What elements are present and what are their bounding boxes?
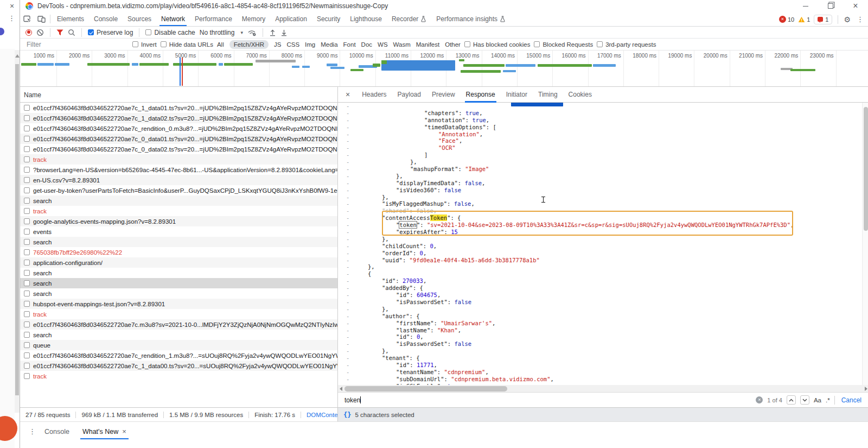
fold-marker[interactable]: - <box>346 257 349 264</box>
network-overview-timeline[interactable]: 1000 ms2000 ms3000 ms4000 ms5000 ms6000 … <box>20 51 868 87</box>
request-checkbox[interactable] <box>24 177 30 183</box>
blocked-requests-checkbox[interactable] <box>534 41 540 47</box>
drawer-tab-console[interactable]: Console <box>38 422 76 441</box>
request-row[interactable]: search <box>20 288 337 299</box>
request-row[interactable]: e01ccf7f4360463f8d0346522720ae7c.m3u8?sv… <box>20 319 337 330</box>
fold-marker[interactable]: - <box>346 320 349 327</box>
drawer-tab-whats-new[interactable]: What's New × <box>76 422 133 441</box>
fold-marker[interactable]: - <box>346 369 349 376</box>
request-row[interactable]: ?browserLang=en-US&version=b65269ac-4545… <box>20 165 337 175</box>
filter-type-css[interactable]: CSS <box>286 41 299 48</box>
request-row[interactable]: search <box>20 268 337 278</box>
request-checkbox[interactable] <box>24 167 30 173</box>
tab-console[interactable]: Console <box>89 12 123 26</box>
record-button[interactable] <box>25 29 32 36</box>
tab-sources[interactable]: Sources <box>123 12 156 26</box>
request-row[interactable]: queue <box>20 340 337 350</box>
fold-marker[interactable]: - <box>346 333 349 340</box>
name-column-header[interactable]: Name <box>20 87 337 103</box>
request-checkbox[interactable] <box>24 125 30 131</box>
disable-cache-checkbox[interactable] <box>145 29 151 35</box>
request-row[interactable]: e01ccf7f4360463f8d0346522720ae7c_renditi… <box>20 123 337 134</box>
fold-marker[interactable]: - <box>346 187 349 194</box>
request-row[interactable]: get-user-by-token?userPartsToFetch=Basic… <box>20 185 337 195</box>
throttling-select[interactable]: No throttling ▾ <box>200 29 243 36</box>
request-checkbox[interactable] <box>24 301 30 307</box>
request-row[interactable]: e01ccf7f4360463f8d0346522720ae7c_renditi… <box>20 350 337 361</box>
inspect-element-icon[interactable] <box>20 12 34 26</box>
warning-badge[interactable]: 1 <box>798 16 810 23</box>
close-detail-icon[interactable]: × <box>346 90 350 99</box>
response-horizontal-scrollbar[interactable] <box>338 385 868 392</box>
fold-marker[interactable]: - <box>346 277 349 285</box>
request-checkbox[interactable] <box>24 270 30 276</box>
filter-type-font[interactable]: Font <box>343 41 356 48</box>
regex-button[interactable]: .* <box>826 397 830 403</box>
request-row[interactable]: search <box>20 278 337 288</box>
previous-match-button[interactable] <box>787 395 796 405</box>
request-checkbox[interactable] <box>24 352 30 358</box>
preserve-log-checkbox[interactable] <box>88 29 94 35</box>
fold-marker[interactable]: - <box>346 299 349 306</box>
fold-marker[interactable]: - <box>346 159 349 166</box>
fold-marker[interactable]: - <box>346 144 349 152</box>
request-row[interactable]: track <box>20 371 337 381</box>
filter-type-ws[interactable]: WS <box>378 41 388 48</box>
request-checkbox[interactable] <box>24 249 30 255</box>
filter-type-js[interactable]: JS <box>274 41 281 48</box>
fold-marker[interactable]: - <box>346 362 349 369</box>
response-vertical-scrollbar[interactable] <box>862 103 868 385</box>
fold-marker[interactable]: - <box>346 313 349 320</box>
preserve-log-toggle[interactable]: Preserve log <box>88 29 133 36</box>
fold-marker[interactable]: - <box>346 292 349 299</box>
request-row[interactable]: en-US.csv?v=8.2.89301 <box>20 175 337 185</box>
request-checkbox[interactable] <box>24 311 30 317</box>
close-tab-icon[interactable]: × <box>122 427 126 436</box>
tab-performance-insights[interactable]: Performance insights <box>431 12 510 26</box>
scrollbar-thumb[interactable] <box>344 386 507 392</box>
import-har-icon[interactable] <box>269 29 276 36</box>
request-row[interactable]: e01ccf7f4360463f8d0346522720ae7c_1_data0… <box>20 361 337 371</box>
request-row[interactable]: track <box>20 154 337 165</box>
fold-marker[interactable]: - <box>346 263 349 270</box>
fold-marker[interactable]: - <box>346 222 349 229</box>
filter-type-doc[interactable]: Doc <box>361 41 372 48</box>
close-icon[interactable]: × <box>10 2 14 10</box>
fold-marker[interactable]: - <box>346 250 349 257</box>
request-row[interactable]: hubspot-event-mappings-test.json?v=8.2.8… <box>20 299 337 309</box>
tab-lighthouse[interactable]: Lighthouse <box>345 12 387 26</box>
tab-application[interactable]: Application <box>270 12 312 26</box>
detail-tab-preview[interactable]: Preview <box>432 87 455 103</box>
request-checkbox[interactable] <box>24 363 30 369</box>
fold-marker[interactable]: - <box>346 131 349 138</box>
next-match-button[interactable] <box>800 395 809 405</box>
detail-tab-initiator[interactable]: Initiator <box>506 87 527 103</box>
tab-performance[interactable]: Performance <box>190 12 237 26</box>
blocked-cookies-checkbox[interactable] <box>464 41 470 47</box>
page-scrollbar[interactable] <box>15 50 20 413</box>
filter-type-media[interactable]: Media <box>321 41 337 48</box>
tab-security[interactable]: Security <box>312 12 345 26</box>
restore-button[interactable] <box>818 0 843 12</box>
request-checkbox[interactable] <box>24 187 30 193</box>
filter-input[interactable]: Filter <box>27 41 129 48</box>
request-row[interactable]: e01ccf7f4360463f8d0346522720ae7c_0_data0… <box>20 134 337 144</box>
fold-marker[interactable]: - <box>346 348 349 355</box>
filter-type-img[interactable]: Img <box>305 41 315 48</box>
third-party-toggle[interactable]: 3rd-party requests <box>597 41 656 48</box>
fold-marker[interactable]: - <box>346 376 349 383</box>
request-checkbox[interactable] <box>24 136 30 142</box>
detail-tab-timing[interactable]: Timing <box>538 87 558 103</box>
request-checkbox[interactable] <box>24 105 30 111</box>
invert-checkbox[interactable] <box>132 41 138 47</box>
request-row[interactable]: 765038fb7bff29e26980%22%22 <box>20 247 337 257</box>
fold-marker[interactable]: - <box>346 110 349 117</box>
fold-marker[interactable]: - <box>346 229 349 236</box>
request-row[interactable]: application-configuration/ <box>20 257 337 268</box>
network-conditions-icon[interactable] <box>247 29 257 36</box>
fold-marker[interactable]: - <box>346 285 349 292</box>
fold-marker[interactable]: - <box>346 173 349 180</box>
drawer-kebab-icon[interactable]: ⋮ <box>27 427 38 436</box>
third-party-checkbox[interactable] <box>597 41 603 47</box>
request-checkbox[interactable] <box>24 342 30 348</box>
